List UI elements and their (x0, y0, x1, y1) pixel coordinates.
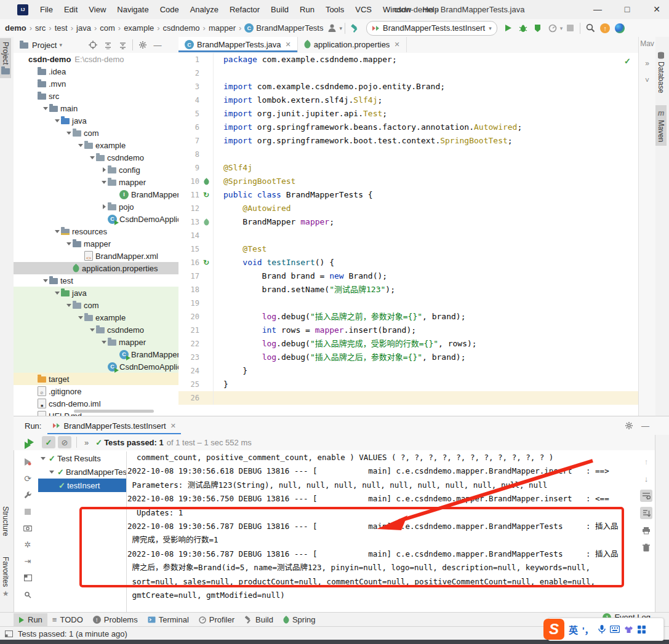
code-line-26[interactable]: 26 (178, 391, 638, 405)
code-line-4[interactable]: 4import lombok.extern.slf4j.Slf4j; (178, 93, 638, 107)
tree-item-com[interactable]: com (14, 127, 178, 139)
run-settings-gear-icon[interactable] (625, 421, 633, 430)
tool-window-maven-button[interactable]: m Maven (655, 105, 667, 146)
tool-window-structure-button[interactable]: Structure (0, 503, 11, 540)
tree-item-mapper[interactable]: mapper (14, 176, 178, 188)
debug-button[interactable] (516, 22, 531, 35)
tree-item-application.properties[interactable]: application.properties (14, 262, 178, 274)
breadcrumb-example[interactable]: example (122, 23, 155, 33)
restart-button[interactable]: ✲ (18, 536, 37, 553)
soft-wrap-icon[interactable] (640, 490, 652, 502)
tool-window-terminal-tab[interactable]: Terminal (143, 613, 194, 627)
breadcrumb-BrandMapperTests[interactable]: CBrandMapperTests (243, 23, 324, 33)
tree-item-mapper[interactable]: mapper (14, 237, 178, 250)
code-line-25[interactable]: 25} (178, 378, 638, 391)
rerun-button[interactable] (18, 437, 37, 453)
more-actions-icon[interactable]: » (84, 438, 89, 447)
breadcrumb-csdndemo[interactable]: csdndemo (162, 23, 201, 33)
tool-window-profiler-tab[interactable]: Profiler (194, 613, 239, 627)
show-ignored-toggle[interactable]: ⊘ (58, 436, 71, 448)
code-line-5[interactable]: 5import org.junit.jupiter.api.Test; (178, 107, 638, 121)
tree-item-java[interactable]: java (14, 114, 178, 127)
menu-code[interactable]: Code (154, 5, 185, 14)
toolwindow-toggle-icon[interactable] (5, 630, 13, 637)
code-line-23[interactable]: 23 log.debug("插入品牌之后，参数对象={}", brand); (178, 351, 638, 364)
hide-panel-icon[interactable]: — (150, 38, 165, 52)
breadcrumb-com[interactable]: com (98, 23, 116, 33)
editor-tab-BrandMapperTests.java[interactable]: CBrandMapperTests.java✕ (178, 37, 298, 52)
tree-item-example[interactable]: example (14, 139, 178, 151)
tree-item-com[interactable]: com (14, 299, 178, 311)
code-line-14[interactable]: 14 (178, 229, 638, 242)
stop-button[interactable] (18, 503, 37, 520)
scroll-up-icon[interactable]: ↑ (640, 455, 652, 467)
code-line-15[interactable]: 15 @Test (178, 242, 638, 256)
code-line-2[interactable]: 2 (178, 66, 638, 80)
code-line-11[interactable]: 11↻public class BrandMapperTests { (178, 188, 638, 202)
close-button[interactable]: ✕ (643, 0, 669, 18)
tree-item-java[interactable]: java (14, 287, 178, 299)
tree-item-.idea[interactable]: .idea (14, 65, 178, 78)
ime-toolbox-icon[interactable] (638, 626, 646, 634)
run-tab[interactable]: BrandMapperTests.testInsert ✕ (47, 417, 180, 435)
layout-button[interactable] (18, 570, 37, 586)
code-line-10[interactable]: 10@SpringBootTest (178, 175, 638, 188)
screenshot-button[interactable] (18, 520, 37, 536)
inspections-ok-icon[interactable]: ✓ (624, 57, 631, 66)
project-horizontal-scrollbar[interactable] (74, 410, 154, 413)
code-line-9[interactable]: 9@Slf4j (178, 161, 638, 175)
minimize-button[interactable]: — (583, 0, 612, 18)
code-line-12[interactable]: 12 @Autowired (178, 202, 638, 215)
tree-item-CsdnDemoApplication[interactable]: CCsdnDemoApplication (14, 213, 178, 225)
code-line-22[interactable]: 22 log.debug("插入品牌完成，受影响的行数={}", rows); (178, 337, 638, 351)
ime-keyboard-icon[interactable] (610, 626, 620, 633)
tool-window-spring-tab[interactable]: Spring (278, 613, 321, 627)
tree-item-pojo[interactable]: pojo (14, 201, 178, 213)
tool-window-problems-tab[interactable]: !Problems (88, 613, 143, 627)
scroll-down-icon[interactable]: ↓ (640, 472, 652, 485)
test-settings-button[interactable] (18, 487, 37, 503)
code-line-18[interactable]: 18 brand.setName("测试品牌123"); (178, 283, 638, 296)
stop-button[interactable] (563, 22, 577, 35)
menu-view[interactable]: View (83, 5, 111, 14)
code-line-8[interactable]: 8 (178, 148, 638, 161)
menu-run[interactable]: Run (294, 5, 320, 14)
breadcrumb-java[interactable]: java (75, 23, 92, 33)
tree-item-BrandMapper.xml[interactable]: <>BrandMapper.xml (14, 250, 178, 262)
menu-edit[interactable]: Edit (58, 5, 83, 14)
run-with-coverage-button[interactable] (531, 22, 545, 35)
code-line-16[interactable]: 16↻ void testInsert() { (178, 256, 638, 269)
breadcrumb-test[interactable]: test (54, 23, 69, 33)
tree-item-CsdnDemoApplicationTests[interactable]: CCsdnDemoApplicationTests (14, 360, 178, 373)
project-view-caret-icon[interactable]: ▾ (59, 42, 62, 48)
tree-item-csdn-demo[interactable]: csdn-demoE:\csdn-demo (14, 53, 178, 65)
close-icon[interactable]: ✕ (170, 422, 176, 430)
scroll-to-end-icon[interactable] (640, 507, 652, 519)
tree-item-mapper[interactable]: mapper (14, 336, 178, 348)
tree-item-BrandMapperTests[interactable]: CBrandMapperTests (14, 348, 178, 360)
tree-item-test[interactable]: test (14, 274, 178, 287)
tool-window-todo-tab[interactable]: ≡TODO (47, 613, 88, 627)
tree-item-config[interactable]: config (14, 164, 178, 176)
code-line-6[interactable]: 6import org.springframework.beans.factor… (178, 121, 638, 134)
profiler-button[interactable] (545, 22, 560, 35)
tree-item-target[interactable]: target (14, 373, 178, 385)
ime-microphone-icon[interactable] (598, 625, 606, 634)
test-tree-item-BrandMapperTests[interactable]: ✓BrandMapperTests (38, 465, 126, 479)
tool-window-run-tab[interactable]: Run (14, 613, 47, 627)
tree-item-csdn-demo.iml[interactable]: ■csdn-demo.iml (14, 397, 178, 410)
pin-button[interactable] (18, 586, 37, 603)
menu-file[interactable]: File (34, 5, 58, 14)
import-test-results-button[interactable]: ⇥ (18, 553, 37, 570)
expand-all-icon[interactable] (100, 38, 115, 52)
run-button[interactable] (501, 22, 516, 35)
tool-window-favorites-button[interactable]: Favorites★ (0, 553, 11, 602)
locate-file-icon[interactable] (86, 38, 100, 52)
menu-analyze[interactable]: Analyze (185, 5, 224, 14)
menu-build[interactable]: Build (265, 5, 294, 14)
editor-tab-application.properties[interactable]: application.properties✕ (298, 37, 407, 52)
tree-item-main[interactable]: main (14, 102, 178, 114)
tool-window-project-button[interactable]: Project (0, 38, 11, 78)
maximize-button[interactable]: □ (613, 0, 641, 18)
test-tree-item-testInsert[interactable]: ✓testInsert (38, 479, 126, 492)
